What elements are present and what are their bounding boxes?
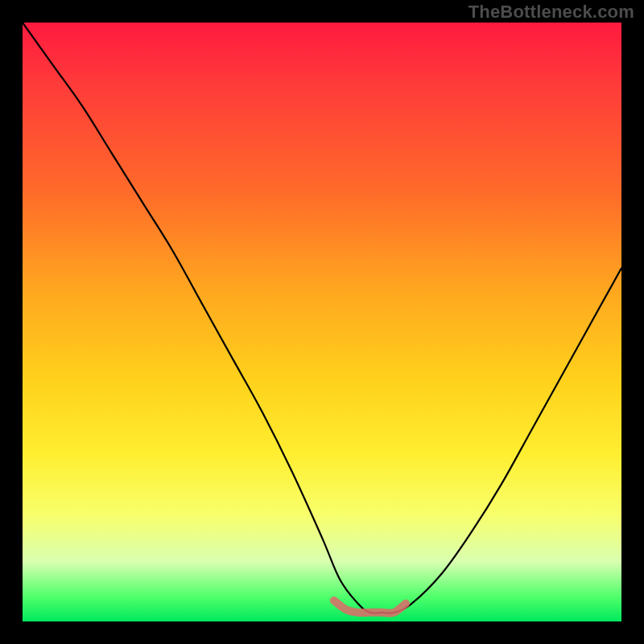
bottleneck-curve <box>23 23 621 613</box>
minimum-marker <box>334 601 406 613</box>
plot-area <box>23 23 621 621</box>
chart-container: TheBottleneck.com <box>0 0 644 644</box>
watermark-text: TheBottleneck.com <box>469 2 634 23</box>
curve-svg <box>23 23 621 621</box>
